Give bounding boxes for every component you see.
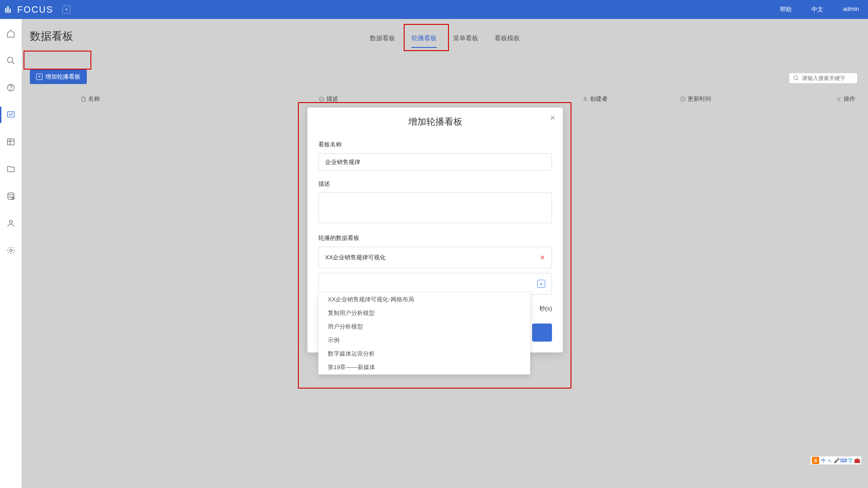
svg-rect-2: [9, 9, 11, 13]
svg-point-14: [584, 97, 586, 99]
help-link[interactable]: 帮助: [780, 5, 792, 14]
sidebar: [0, 19, 22, 488]
search-input[interactable]: [802, 75, 854, 81]
close-icon[interactable]: ✕: [550, 114, 556, 122]
ime-brand-icon: S: [812, 457, 819, 464]
ime-keyboard-icon: ⌨: [841, 458, 846, 463]
table-header: 名称 描述 创建者 更新时间 操作: [22, 92, 868, 106]
gear-icon: [836, 96, 842, 102]
logo-icon: [4, 5, 14, 14]
seconds-label: 秒(s): [539, 305, 552, 313]
add-board-input[interactable]: [325, 281, 523, 287]
confirm-button[interactable]: [532, 324, 552, 342]
sidebar-help[interactable]: [0, 81, 22, 94]
board-desc-input[interactable]: [318, 192, 552, 223]
search-wrap[interactable]: [789, 73, 857, 83]
topbar-right: 帮助 中文 admin: [780, 5, 859, 14]
board-name-input[interactable]: [318, 153, 552, 171]
language-link[interactable]: 中文: [811, 5, 823, 14]
logo[interactable]: FOCUS: [4, 5, 53, 15]
th-action: 操作: [836, 95, 855, 103]
remove-board-icon[interactable]: ✕: [540, 254, 545, 261]
sidebar-home[interactable]: [0, 27, 22, 40]
tab-carousel[interactable]: 轮播看板: [410, 32, 439, 48]
svg-rect-0: [5, 8, 7, 13]
svg-point-16: [838, 98, 840, 99]
name-label: 看板名称: [318, 141, 552, 149]
dropdown-item[interactable]: 数字媒体运营分析: [319, 347, 530, 361]
svg-point-5: [11, 89, 11, 90]
add-button-label: 增加轮播看板: [45, 73, 80, 81]
new-tab-button[interactable]: +: [62, 5, 71, 14]
logo-text: FOCUS: [17, 5, 53, 15]
svg-point-12: [794, 76, 797, 80]
add-board-select[interactable]: +: [318, 273, 552, 295]
svg-rect-1: [7, 6, 9, 13]
sidebar-settings[interactable]: [0, 244, 22, 257]
svg-point-3: [8, 57, 13, 63]
search-icon: [793, 75, 799, 81]
ime-toolbox-icon: 🧰: [854, 458, 860, 463]
clock-icon: [680, 96, 686, 102]
file-icon: [80, 96, 86, 102]
tab-menu[interactable]: 菜单看板: [451, 32, 480, 48]
dropdown-item[interactable]: 复制用户分析模型: [319, 306, 530, 320]
add-carousel-button[interactable]: + 增加轮播看板: [30, 70, 87, 84]
desc-label: 描述: [318, 180, 552, 188]
ime-cn: 中: [821, 458, 826, 463]
svg-point-8: [8, 193, 14, 195]
sidebar-folder[interactable]: [0, 163, 22, 175]
add-board-select-wrap: + XX企业销售规律可视化-网格布局 复制用户分析模型 用户分析模型 示例 数字…: [318, 273, 552, 295]
boards-label: 轮播的数据看板: [318, 234, 552, 242]
svg-point-10: [9, 220, 13, 223]
modal-title: 增加轮播看板: [318, 116, 552, 128]
dropdown-item[interactable]: 用户分析模型: [319, 320, 530, 333]
th-time: 更新时间: [680, 95, 711, 103]
th-name: 名称: [80, 95, 100, 103]
plus-box-icon: +: [36, 74, 42, 80]
selected-board-item: XX企业销售规律可视化 ✕: [318, 247, 552, 268]
add-button-wrap: + 增加轮播看板: [30, 70, 87, 84]
th-desc: 描述: [319, 95, 338, 103]
dropdown-item[interactable]: XX企业销售规律可视化-网格布局: [319, 293, 530, 306]
minus-circle-icon: [319, 96, 325, 102]
dropdown-item[interactable]: 第19章——新媒体: [319, 361, 530, 374]
th-creator: 创建者: [582, 95, 608, 103]
tab-data[interactable]: 数据看板: [368, 32, 397, 48]
ime-skin-icon: 👕: [848, 458, 853, 463]
ime-indicator: S 中 •, 🎤 ⌨ 👕 🧰: [810, 456, 862, 465]
user-icon: [582, 96, 588, 102]
user-link[interactable]: admin: [843, 5, 859, 14]
selected-board-label: XX企业销售规律可视化: [325, 253, 386, 262]
ime-mic-icon: 🎤: [834, 458, 840, 463]
add-board-plus-icon[interactable]: +: [537, 280, 545, 288]
svg-rect-7: [8, 139, 14, 145]
tab-template[interactable]: 看板模板: [493, 32, 522, 48]
sidebar-data[interactable]: [0, 190, 22, 202]
tabs: 数据看板 轮播看板 菜单看板 看板模板: [368, 32, 522, 48]
sidebar-table[interactable]: [0, 136, 22, 148]
sidebar-dashboard[interactable]: [0, 108, 22, 121]
ime-punct-icon: •,: [827, 458, 833, 463]
svg-point-11: [10, 249, 12, 252]
sidebar-user[interactable]: [0, 217, 22, 230]
sidebar-search[interactable]: [0, 54, 22, 67]
topbar: FOCUS + 帮助 中文 admin: [0, 0, 868, 19]
board-dropdown: XX企业销售规律可视化-网格布局 复制用户分析模型 用户分析模型 示例 数字媒体…: [318, 292, 530, 375]
dropdown-item[interactable]: 示例: [319, 333, 530, 347]
add-carousel-modal: ✕ 增加轮播看板 看板名称 描述 轮播的数据看板 XX企业销售规律可视化 ✕ +…: [307, 108, 563, 352]
